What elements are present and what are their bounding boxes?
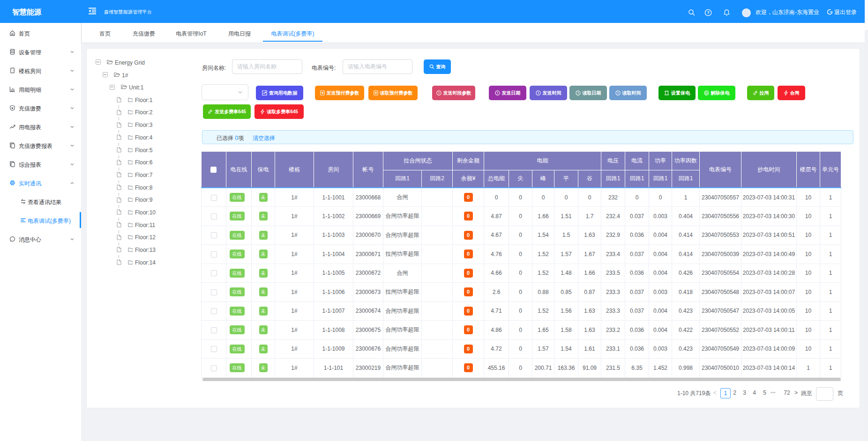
svg-text:?: ? (707, 10, 710, 15)
